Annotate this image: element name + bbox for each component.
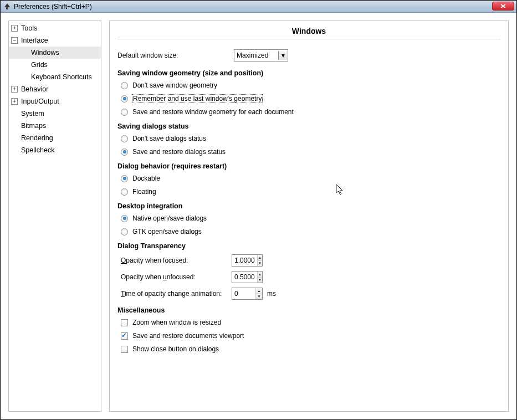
tree-label: Behavior — [21, 85, 48, 93]
tree-label: Grids — [31, 61, 48, 69]
dropdown-value: Maximized — [237, 52, 268, 59]
opacity-unfocused-label: Opacity when unfocused: — [121, 273, 232, 281]
default-window-size-row: Default window size: Maximized ▾ — [117, 49, 500, 62]
radio-save-per-document-geometry[interactable]: Save and restore window geometry for eac… — [121, 108, 500, 116]
titlebar: Preferences (Shift+Ctrl+P) — [1, 1, 516, 13]
spinner-buttons[interactable]: ▲▼ — [255, 288, 262, 299]
tree-item-spellcheck[interactable]: Spellcheck — [9, 144, 101, 156]
opacity-unfocused-row: Opacity when unfocused: 0.5000 ▲▼ — [121, 271, 500, 283]
checkbox-icon — [121, 319, 128, 326]
spinner-buttons[interactable]: ▲▼ — [257, 272, 262, 283]
close-button[interactable] — [492, 2, 514, 11]
tree-item-rendering[interactable]: Rendering — [9, 132, 101, 144]
expand-icon[interactable]: + — [11, 25, 18, 32]
unit-label: ms — [267, 290, 276, 298]
section-dialog-transparency: Dialog Transparency — [117, 242, 500, 250]
tree-label: Spellcheck — [21, 146, 54, 154]
opacity-focused-row: Opacity when focused: 1.0000 ▲▼ — [121, 254, 500, 267]
tree-label: Rendering — [21, 134, 53, 142]
tree-item-interface[interactable]: − Interface — [9, 34, 101, 47]
expand-icon[interactable]: + — [11, 98, 18, 105]
window-title: Preferences (Shift+Ctrl+P) — [14, 3, 92, 11]
app-icon — [3, 2, 12, 11]
svg-marker-0 — [4, 3, 10, 7]
tree-item-grids[interactable]: Grids — [9, 59, 101, 71]
default-window-size-label: Default window size: — [117, 52, 234, 59]
tree-item-windows[interactable]: Windows — [9, 47, 101, 59]
opacity-focused-input[interactable]: 1.0000 ▲▼ — [232, 254, 263, 267]
check-show-close-button[interactable]: Show close button on dialogs — [121, 345, 500, 353]
tree-item-bitmaps[interactable]: Bitmaps — [9, 120, 101, 132]
tree-label: Input/Output — [21, 98, 59, 105]
opacity-focused-label: Opacity when focused: — [121, 257, 232, 264]
radio-save-restore-dialogs[interactable]: Save and restore dialogs status — [121, 148, 500, 156]
tree-label: Windows — [31, 49, 59, 57]
radio-remember-last-geometry[interactable]: Remember and use last window's geometry — [121, 95, 500, 103]
tree-label: System — [21, 110, 44, 117]
radio-icon — [121, 188, 128, 196]
radio-dockable[interactable]: Dockable — [121, 175, 500, 182]
spin-down-icon: ▼ — [258, 278, 262, 283]
tree-label: Bitmaps — [21, 122, 46, 130]
default-window-size-dropdown[interactable]: Maximized ▾ — [234, 49, 288, 62]
tree-label: Interface — [21, 37, 48, 44]
chevron-down-icon: ▾ — [278, 51, 287, 60]
spin-up-icon: ▲ — [256, 288, 262, 294]
radio-icon — [121, 82, 128, 89]
section-window-geometry: Saving window geometry (size and positio… — [117, 69, 500, 77]
spin-down-icon: ▼ — [256, 294, 262, 300]
preferences-window: Preferences (Shift+Ctrl+P) + Tools − Int… — [0, 0, 517, 420]
radio-icon — [121, 148, 128, 156]
tree-item-system[interactable]: System — [9, 107, 101, 120]
tree-item-behavior[interactable]: + Behavior — [9, 83, 101, 95]
check-zoom-on-resize[interactable]: Zoom when window is resized — [121, 319, 500, 326]
radio-dont-save-dialogs[interactable]: Don't save dialogs status — [121, 135, 500, 142]
radio-icon — [121, 135, 128, 142]
spin-down-icon: ▼ — [258, 261, 262, 267]
page-title: Windows — [117, 24, 500, 39]
collapse-icon[interactable]: − — [11, 37, 18, 44]
window-body: + Tools − Interface Windows Grids Keyboa… — [1, 13, 516, 419]
check-save-viewport[interactable]: Save and restore documents viewport — [121, 332, 500, 340]
section-dialog-behavior: Dialog behavior (requires restart) — [117, 162, 500, 170]
radio-dont-save-geometry[interactable]: Don't save window geometry — [121, 81, 500, 89]
tree-label: Keyboard Shortcuts — [31, 73, 92, 81]
radio-icon — [121, 95, 128, 103]
spinner-buttons[interactable]: ▲▼ — [257, 255, 262, 266]
opacity-animation-time-label: Time of opacity change animation: — [121, 290, 232, 298]
spin-up-icon: ▲ — [258, 272, 262, 278]
opacity-unfocused-input[interactable]: 0.5000 ▲▼ — [232, 271, 263, 283]
radio-icon — [121, 109, 128, 116]
radio-icon — [121, 228, 128, 235]
opacity-animation-time-row: Time of opacity change animation: 0 ▲▼ m… — [121, 288, 500, 300]
checkbox-icon — [121, 332, 128, 340]
tree-item-keyboard-shortcuts[interactable]: Keyboard Shortcuts — [9, 71, 101, 83]
radio-icon — [121, 215, 128, 222]
categories-tree: + Tools − Interface Windows Grids Keyboa… — [8, 21, 101, 412]
expand-icon[interactable]: + — [11, 86, 18, 93]
radio-native-dialogs[interactable]: Native open/save dialogs — [121, 214, 500, 222]
radio-gtk-dialogs[interactable]: GTK open/save dialogs — [121, 228, 500, 235]
section-miscellaneous: Miscellaneous — [117, 306, 500, 314]
tree-item-tools[interactable]: + Tools — [9, 22, 101, 34]
content-pane: Windows Default window size: Maximized ▾… — [109, 21, 509, 412]
svg-rect-1 — [6, 7, 8, 9]
opacity-animation-time-input[interactable]: 0 ▲▼ — [232, 288, 263, 300]
checkbox-icon — [121, 346, 128, 353]
radio-icon — [121, 175, 128, 182]
section-dialogs-status: Saving dialogs status — [117, 122, 500, 130]
spin-up-icon: ▲ — [258, 255, 262, 261]
radio-floating[interactable]: Floating — [121, 188, 500, 196]
tree-item-input-output[interactable]: + Input/Output — [9, 95, 101, 107]
section-desktop-integration: Desktop integration — [117, 202, 500, 210]
tree-label: Tools — [21, 24, 37, 32]
